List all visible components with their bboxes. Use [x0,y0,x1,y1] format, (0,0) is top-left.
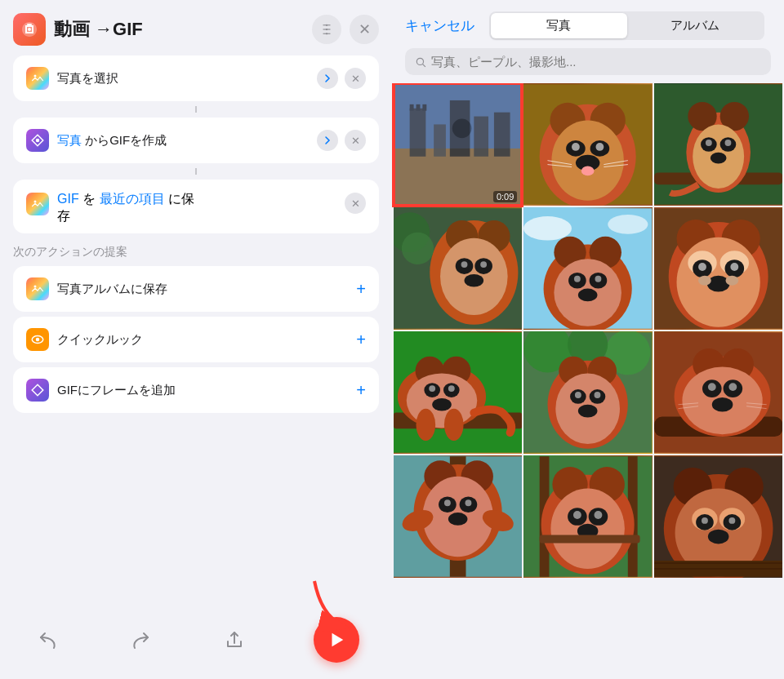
settings-button[interactable] [312,15,341,44]
svg-point-146 [444,499,451,506]
svg-point-108 [416,409,436,441]
right-panel: キャンセル 写真 アルバム [392,0,784,679]
play-button-wrapper [314,617,359,663]
action-save-text: GIF を 最近の項目 に保存 [57,192,194,223]
svg-marker-18 [332,633,343,647]
cancel-button[interactable]: キャンセル [405,16,474,35]
svg-point-40 [572,143,580,151]
remove-action-select[interactable]: ✕ [345,68,366,89]
left-panel: 動画 →GIF ✕ 写真を選択 [0,0,392,679]
tab-albums[interactable]: アルバム [627,13,764,38]
svg-point-96 [725,276,738,286]
photo-cell-5[interactable] [654,207,782,330]
photo-image-0 [394,83,522,206]
remove-action-gif[interactable]: ✕ [345,130,366,151]
video-duration-0: 0:09 [493,191,517,202]
svg-point-14 [36,338,40,342]
photo-cell-3[interactable] [394,207,522,330]
play-button[interactable] [314,617,359,663]
suggestions-label: 次のアクションの提案 [0,233,392,266]
header: 動画 →GIF ✕ [0,0,392,55]
undo-button[interactable] [33,625,62,655]
svg-point-67 [480,261,487,268]
svg-point-78 [574,276,581,282]
photo-search-icon [415,56,426,68]
photo-image-9 [394,455,522,578]
svg-point-120 [575,392,581,398]
photo-cell-1[interactable] [523,83,652,206]
photo-cell-6[interactable] [394,331,522,454]
photo-image-7 [523,331,652,454]
svg-point-8 [34,75,37,78]
photo-search-bar[interactable] [405,48,771,75]
redo-button[interactable] [127,625,156,655]
svg-point-131 [708,383,716,391]
svg-point-122 [578,405,598,418]
action-save-text-container: GIF を 最近の項目 に保存 [57,191,338,225]
suggestion-eye-icon [26,328,49,351]
photo-cell-9[interactable] [394,455,522,578]
photo-cell-7[interactable] [523,331,652,454]
svg-point-175 [708,530,729,544]
photo-image-1 [523,83,652,206]
svg-point-41 [596,143,604,151]
svg-rect-163 [540,535,640,544]
recent-items-label: 最近の項目 [100,192,165,206]
action-save-gif: GIF を 最近の項目 に保存 ✕ [13,180,379,233]
svg-point-82 [608,215,648,234]
add-suggestion-quick-look[interactable]: + [356,331,366,349]
suggestion-photos-icon [26,277,49,300]
photo-image-4 [523,207,652,330]
suggestion-album-text: 写真アルバムに保存 [57,282,356,297]
suggestion-quick-look[interactable]: クイックルック + [13,317,379,362]
photo-image-6 [394,331,522,454]
chevron-button-select[interactable] [317,68,338,89]
photo-cell-2[interactable] [654,83,782,206]
svg-line-20 [422,64,425,67]
svg-point-95 [698,276,711,286]
suggestion-add-frame[interactable]: GIFにフレームを追加 + [13,367,379,413]
photos-icon-save [26,193,49,215]
photo-image-5 [654,207,782,330]
svg-point-43 [581,166,595,176]
add-suggestion-frame[interactable]: + [356,381,366,400]
svg-point-161 [595,511,603,519]
action-select-photo: 写真を選択 ✕ [13,55,379,101]
photo-cell-11[interactable] [654,455,782,578]
svg-point-106 [448,385,455,392]
svg-point-68 [465,274,484,287]
action-text-photo-label: 写真 [57,133,82,147]
share-button[interactable] [220,625,249,655]
photo-cell-0[interactable]: 0:09 [394,83,522,206]
add-suggestion-album[interactable]: + [356,280,366,299]
chevron-button-gif[interactable] [317,130,338,151]
svg-point-70 [402,233,434,264]
svg-point-94 [707,276,730,292]
photo-image-3 [394,207,522,330]
photo-search-input[interactable] [431,55,761,69]
svg-point-10 [32,198,44,211]
svg-point-92 [698,263,706,271]
bottom-toolbar [0,607,392,679]
suggestion-save-album[interactable]: 写真アルバムに保存 + [13,266,379,312]
right-header: キャンセル 写真 アルバム [392,0,784,48]
suggestion-frame-text: GIFにフレームを追加 [57,383,356,398]
svg-point-173 [702,517,708,524]
shortcuts-icon-gif [26,129,49,152]
svg-point-105 [429,385,435,392]
photo-cell-10[interactable] [523,455,652,578]
photo-cell-4[interactable] [523,207,652,330]
svg-point-121 [595,392,601,398]
svg-point-93 [730,263,738,271]
svg-point-12 [34,286,37,288]
photo-cell-8[interactable] [654,331,782,454]
close-button[interactable]: ✕ [350,15,379,44]
remove-action-save[interactable]: ✕ [345,193,366,214]
svg-point-81 [523,216,572,240]
suggestion-shortcuts-icon [26,379,49,402]
tab-photos[interactable]: 写真 [491,13,627,38]
photos-icon [26,67,49,90]
connector-2 [195,168,197,175]
photo-image-10 [523,455,652,578]
connector-1 [195,106,197,113]
